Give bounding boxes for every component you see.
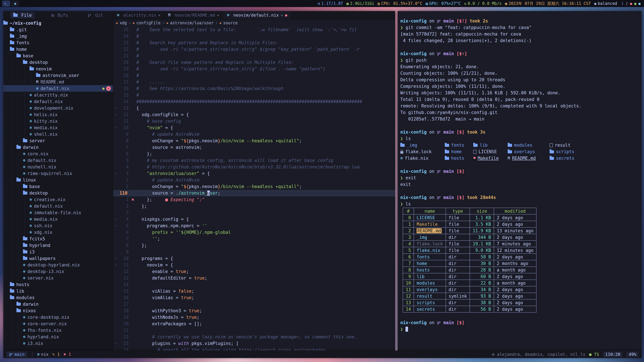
tree-item-home[interactable]: home [3, 46, 113, 52]
code-line[interactable]: 4 # https://github.com/AstroNvim/AstroNv… [113, 164, 395, 170]
code-line[interactable]: 20 # Search file name pattern and Replac… [113, 59, 395, 66]
code-line[interactable]: 24 # [113, 33, 395, 39]
code-line[interactable]: 17 # ...... [113, 79, 395, 85]
code-line[interactable]: 16 # See https://astronvim.com/Basic%20U… [113, 85, 395, 92]
tree-item-development.nix[interactable]: ❄development.nix [3, 105, 113, 111]
code-line[interactable]: 21 # [113, 53, 395, 59]
tree-item-fonts[interactable]: fonts [3, 39, 113, 46]
tree-item-ssh.nix[interactable]: ❄ssh.nix [3, 222, 113, 229]
tree-item-creative.nix[interactable]: ❄creative.nix [3, 196, 113, 203]
fold-icon[interactable]: ▾ [113, 255, 118, 262]
tree-item-astronvim_user[interactable]: astronvim_user [3, 72, 113, 79]
tree-item-media.nix[interactable]: ❄media.nix [3, 216, 113, 222]
tree-item-desktop-hyprland.nix[interactable]: ❄desktop-hyprland.nix [3, 262, 113, 268]
code-line[interactable]: ▾3 "astronvim/lua/user" = { [113, 170, 395, 177]
tree-item-README.md[interactable]: MREADME.md [3, 79, 113, 85]
tree-item-xdg.nix[interactable]: ❄xdg.nix [3, 229, 113, 236]
tab-neovim/default.nix[interactable]: ❄neovim/default.nix✕● [223, 11, 291, 19]
tree-item-hyprland[interactable]: hyprland [3, 242, 113, 249]
tree-item-default.nix[interactable]: ❄default.nix [3, 157, 113, 164]
code-line[interactable]: 16 vimAlias = true; [113, 295, 395, 301]
sidebar-tab-git[interactable]: Git [85, 12, 106, 18]
code-line[interactable]: 2 }; [113, 203, 395, 210]
tree-item-i3[interactable]: i3 [3, 249, 113, 255]
tree-item-default.nix[interactable]: ❄default.nix●✕ [3, 85, 113, 92]
tray-green-icon[interactable]: ● [633, 1, 638, 6]
tree-item-nushell.nix[interactable]: ❄nushell.nix [3, 164, 113, 170]
tree-item-hyprland.nix[interactable]: ❄hyprland.nix [3, 334, 113, 340]
code-line[interactable]: 21 [113, 327, 395, 334]
tree-item-core.nix[interactable]: ❄core.nix [3, 150, 113, 157]
terminal-input-line[interactable]: ❯ [400, 326, 639, 333]
code-line[interactable]: ▾5 programs.npm.npmrc = '' [113, 223, 395, 229]
breadcrumb-item[interactable]: astronvim/lua/user [170, 21, 214, 25]
code-line[interactable]: 7 ''; [113, 236, 395, 242]
code-line[interactable]: 8 }; [113, 242, 395, 249]
tree-item-i3.nix[interactable]: ❄i3.nix [3, 340, 113, 347]
code-line[interactable]: 17 [113, 301, 395, 308]
tree-item-shell.nix[interactable]: ❄shell.nix [3, 131, 113, 137]
tree-item-default.nix[interactable]: ❄default.nix [3, 203, 113, 209]
tree-item-server[interactable]: server [3, 137, 113, 144]
code-line[interactable]: 8 onChange = "${pkgs.neovim}/bin/nvim --… [113, 138, 395, 144]
fold-icon[interactable]: ▾ [113, 262, 118, 268]
code-line[interactable]: ▾12 xdg.configFile = { [113, 111, 395, 118]
tree-item-core-server.nix[interactable]: ❄core-server.nix [3, 321, 113, 327]
code-line[interactable]: 9 [113, 249, 395, 255]
code-line[interactable]: 19 withNodeJs = true; [113, 314, 395, 321]
fold-icon[interactable]: ▾ [113, 170, 118, 177]
tree-item-~/nix-config[interactable]: ~/nix-config [3, 20, 113, 26]
tree-item-immutable-file.nix[interactable]: ❄immutable-file.nix [3, 209, 113, 216]
tree-item-darwin[interactable]: darwin [3, 144, 113, 150]
code-line[interactable]: 2 # update AstroNvim [113, 177, 395, 183]
code-line[interactable]: 13 defaultEditor = true; [113, 275, 395, 281]
tree-item-base[interactable]: base [3, 52, 113, 59]
code-line[interactable]: 22 # currently we use lazy.nvim as neovi… [113, 334, 395, 340]
tree-item-neovim[interactable]: neovim [3, 65, 113, 72]
tree-item-hosts[interactable]: hosts [3, 281, 113, 288]
tree-item-.git[interactable]: .git [3, 26, 113, 33]
code-line[interactable]: 19 # sed -ri "s/pattern_str/replace_str/… [113, 66, 395, 72]
close-icon[interactable]: ✕ [158, 13, 160, 17]
code-line[interactable]: 7 source = astronvim; [113, 144, 395, 151]
tree-item-lib[interactable]: lib [3, 288, 113, 294]
tree-item-kitty.nix[interactable]: ❄kitty.nix [3, 118, 113, 124]
code-line[interactable]: 3 [113, 210, 395, 216]
tree-item-darwin[interactable]: darwin [3, 301, 113, 307]
tree-item-desktop[interactable]: desktop [3, 59, 113, 65]
tree-item-default.nix[interactable]: ❄default.nix [3, 98, 113, 105]
tab-alacritty.nix[interactable]: ❄alacritty.nix✕ [113, 11, 164, 19]
tree-item-fcitx5[interactable]: fcitx5 [3, 236, 113, 242]
tab-neovim/README.md[interactable]: Mneovim/README.md✕ [164, 11, 223, 19]
code-line[interactable]: 18 # [113, 72, 395, 79]
code-line[interactable]: ▾10 "nvim" = { [113, 124, 395, 131]
tree-item-rime-squirrel.nix[interactable]: ❄rime-squirrel.nix [3, 170, 113, 177]
breadcrumb-item[interactable]: source [223, 21, 238, 25]
sidebar-tab-bufs[interactable]: ▤Bufs [48, 12, 71, 18]
tree-item-fhs-fonts.nix[interactable]: ❄fhs-fonts.nix [3, 327, 113, 334]
close-icon[interactable]: ✕ [281, 13, 283, 17]
tray-red-icon[interactable]: ● [629, 1, 633, 6]
file-explorer[interactable]: File▤BufsGit ~/nix-config.git_imgfontsho… [3, 11, 113, 351]
bluetooth-icon[interactable]: ᛒ [620, 1, 625, 6]
code-line[interactable]: 22 # sed -ri "s/pattern_str/replace_str/… [113, 46, 395, 53]
tree-item-helix.nix[interactable]: ❄helix.nix [3, 111, 113, 118]
statusline-branch[interactable]: main [6, 352, 27, 357]
editor-pane[interactable]: ❄alacritty.nix✕Mneovim/README.md✕❄neovim… [113, 11, 395, 351]
fold-icon[interactable]: ▾ [113, 340, 118, 347]
tree-item-nixos[interactable]: nixos [3, 307, 113, 314]
neovim-window[interactable]: File▤BufsGit ~/nix-config.git_imgfontsho… [3, 11, 395, 351]
tree-item-server.nix[interactable]: ❄server.nix [3, 275, 113, 281]
code-line[interactable]: 15 # [113, 92, 395, 98]
code-line[interactable]: 20 extraPackages = []; [113, 321, 395, 327]
tree-item-linux[interactable]: linux [3, 177, 113, 183]
fold-icon[interactable]: ▾ [113, 111, 118, 118]
tray-blue-icon[interactable]: ● [638, 1, 642, 6]
tree-item-wallpapers[interactable]: wallpapers [3, 255, 113, 262]
code-line[interactable]: ▾13 { [113, 105, 395, 111]
tree-item-core-desktop.nix[interactable]: ❄core-desktop.nix [3, 314, 113, 321]
code-line[interactable]: 1✖ }; ■ Expecting ";" [113, 196, 395, 203]
editor-lines[interactable]: 25 # Save the selected text to a file: `… [113, 26, 395, 351]
fold-icon[interactable]: ▾ [113, 223, 118, 229]
code-line[interactable]: 14 [113, 281, 395, 288]
